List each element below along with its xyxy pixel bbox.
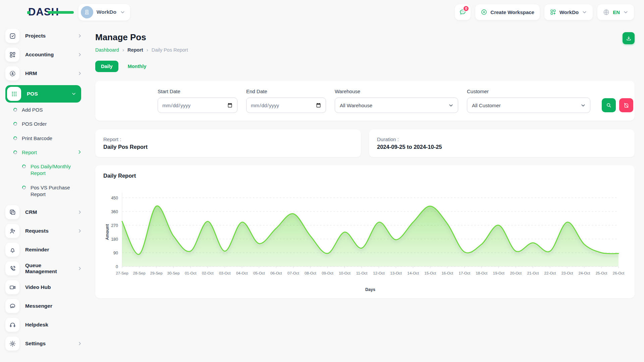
- svg-text:03-Oct: 03-Oct: [219, 271, 231, 275]
- apply-filter-button[interactable]: [602, 98, 616, 112]
- svg-text:0: 0: [116, 264, 118, 269]
- sidebar-item-report[interactable]: Report: [13, 149, 83, 156]
- svg-text:18-Oct: 18-Oct: [476, 271, 487, 275]
- sidebar-item-crm[interactable]: CRM: [5, 205, 83, 219]
- top-header: DASH WorkDo 0: [0, 0, 644, 24]
- bell-icon: [5, 243, 19, 257]
- tab-monthly[interactable]: Monthly: [128, 64, 147, 69]
- bullet-icon: [13, 150, 18, 155]
- video-icon: [5, 280, 19, 294]
- end-date-field: End Date: [246, 88, 326, 113]
- sidebar-item-label: CRM: [25, 209, 71, 215]
- svg-text:24-Oct: 24-Oct: [579, 271, 590, 275]
- workspace-name: WorkDo: [97, 9, 116, 15]
- chevron-right-icon: [77, 209, 83, 215]
- svg-text:08-Oct: 08-Oct: [305, 271, 316, 275]
- sidebar-item-print-barcode[interactable]: Print Barcode: [13, 135, 83, 142]
- sidebar-item-label: Accounting: [25, 52, 71, 58]
- sidebar-item-pos-daily-monthly-report[interactable]: Pos Daily/Monthly Report: [22, 163, 83, 177]
- svg-text:02-Oct: 02-Oct: [202, 271, 214, 275]
- sidebar-item-pos-order[interactable]: POS Order: [13, 121, 83, 127]
- workspace-avatar: [81, 6, 93, 18]
- sidebar-item-projects[interactable]: Projects: [5, 29, 83, 43]
- breadcrumb: Dashboard › Report › Daily Pos Report: [95, 47, 635, 53]
- chevron-down-icon: [582, 9, 587, 15]
- customer-field: Customer All Customer: [467, 88, 590, 113]
- language-code: EN: [613, 9, 620, 15]
- download-icon: [626, 36, 632, 41]
- language-selector[interactable]: EN: [597, 4, 634, 20]
- sidebar-item-queue-management[interactable]: Queue Management: [5, 261, 83, 276]
- sidebar-item-label: Projects: [25, 33, 71, 39]
- sidebar-item-requests[interactable]: Requests: [5, 224, 83, 238]
- messages-button[interactable]: 0: [455, 4, 471, 20]
- chevron-down-icon: [580, 103, 586, 108]
- header-actions: 0 Create Workspace Wor: [455, 4, 644, 20]
- end-date-label: End Date: [246, 88, 326, 94]
- chevron-down-icon: [448, 103, 454, 108]
- chevron-right-icon: [77, 266, 83, 271]
- customer-selected-value: All Customer: [472, 103, 501, 108]
- svg-text:12-Oct: 12-Oct: [373, 271, 385, 275]
- sidebar-item-settings[interactable]: Settings: [5, 337, 83, 351]
- end-date-input[interactable]: [246, 98, 326, 113]
- svg-text:23-Oct: 23-Oct: [561, 271, 573, 275]
- chart-title: Daily Report: [103, 173, 627, 179]
- sidebar-item-pos[interactable]: POS: [5, 85, 81, 103]
- sidebar-item-accounting[interactable]: Accounting: [5, 48, 83, 62]
- bullet-icon: [21, 164, 26, 169]
- sidebar-item-hrm[interactable]: HRM: [5, 66, 83, 80]
- sidebar-item-label: Reminder: [25, 247, 83, 253]
- plus-circle-icon: [481, 9, 487, 15]
- svg-text:Days: Days: [365, 287, 375, 292]
- svg-text:Amount: Amount: [105, 224, 110, 240]
- sidebar-item-messenger[interactable]: Messenger: [5, 299, 83, 313]
- customer-label: Customer: [467, 88, 590, 94]
- workspace-selector[interactable]: WorkDo: [78, 4, 130, 20]
- chevron-right-icon: [77, 228, 83, 234]
- sidebar-item-label: POS: [27, 91, 65, 97]
- user-plus-icon: [5, 224, 19, 238]
- svg-text:11-Oct: 11-Oct: [356, 271, 368, 275]
- workspace-menu-label: WorkDo: [559, 9, 579, 15]
- sidebar-item-helpdesk[interactable]: Helpdesk: [5, 318, 83, 332]
- reset-filter-button[interactable]: [619, 98, 633, 112]
- tab-daily[interactable]: Daily: [95, 61, 118, 72]
- report-label: Report :: [103, 136, 353, 142]
- filter-actions: [602, 98, 633, 112]
- sidebar-item-label: Requests: [25, 228, 71, 234]
- svg-text:29-Sep: 29-Sep: [150, 271, 163, 275]
- warehouse-select[interactable]: All Warehouse: [335, 98, 458, 113]
- create-workspace-button[interactable]: Create Workspace: [475, 4, 540, 20]
- sidebar-item-video-hub[interactable]: Video Hub: [5, 280, 83, 294]
- download-report-button[interactable]: [623, 32, 635, 44]
- sidebar-item-pos-vs-purchase-report[interactable]: Pos VS Purchase Report: [22, 184, 83, 198]
- chevron-right-icon: [77, 33, 83, 39]
- sidebar-item-reminder[interactable]: Reminder: [5, 243, 83, 257]
- start-date-input[interactable]: [158, 98, 237, 113]
- chevron-right-icon: [77, 52, 83, 57]
- breadcrumb-report[interactable]: Report: [127, 47, 143, 53]
- duration-summary-card: Duration : 2024-09-25 to 2024-10-25: [369, 129, 635, 157]
- svg-text:13-Oct: 13-Oct: [390, 271, 402, 275]
- sidebar-item-label: Pos Daily/Monthly Report: [31, 163, 81, 177]
- svg-text:07-Oct: 07-Oct: [287, 271, 299, 275]
- start-date-field: Start Date: [158, 88, 237, 113]
- app-logo[interactable]: DASH: [28, 6, 59, 18]
- report-summary-card: Report : Daily Pos Report: [95, 129, 361, 157]
- chart-area: 09018027036045027-Sep28-Sep29-Sep30-Sep0…: [103, 184, 627, 295]
- customer-select[interactable]: All Customer: [467, 98, 590, 113]
- page-title: Manage Pos: [95, 32, 146, 43]
- grid-plus-icon: [550, 9, 556, 15]
- sidebar-item-label: Video Hub: [25, 284, 83, 290]
- workspace-menu-button[interactable]: WorkDo: [544, 4, 593, 20]
- svg-text:01-Oct: 01-Oct: [185, 271, 197, 275]
- sidebar-item-add-pos[interactable]: Add POS: [13, 107, 83, 113]
- checkbox-icon: [5, 29, 19, 43]
- gear-icon: [5, 337, 19, 351]
- breadcrumb-dashboard[interactable]: Dashboard: [95, 47, 119, 53]
- breadcrumb-separator: ›: [147, 47, 148, 53]
- chevron-down-icon: [623, 9, 629, 15]
- svg-text:16-Oct: 16-Oct: [441, 271, 453, 275]
- duration-value: 2024-09-25 to 2024-10-25: [377, 144, 627, 150]
